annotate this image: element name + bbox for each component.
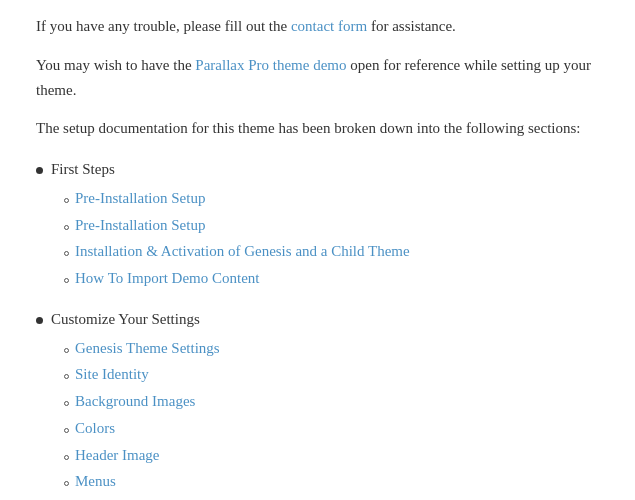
bullet-icon: [36, 167, 43, 174]
customize-sublist: Genesis Theme Settings Site Identity Bac…: [64, 336, 599, 495]
sub-bullet-icon: [64, 374, 69, 379]
trouble-text-before: If you have any trouble, please fill out…: [36, 18, 291, 34]
sections-list: First Steps Pre-Installation Setup Pre-I…: [36, 157, 599, 500]
genesis-theme-settings-link[interactable]: Genesis Theme Settings: [75, 336, 220, 361]
customize-text: Customize Your Settings: [51, 307, 200, 332]
list-item: Installation & Activation of Genesis and…: [64, 239, 599, 264]
list-item: Genesis Theme Settings: [64, 336, 599, 361]
demo-text-before: You may wish to have the: [36, 57, 195, 73]
pre-installation-link-2[interactable]: Pre-Installation Setup: [75, 213, 205, 238]
demo-paragraph: You may wish to have the Parallax Pro th…: [36, 53, 599, 103]
main-content: If you have any trouble, please fill out…: [0, 0, 635, 500]
demo-link[interactable]: Parallax Pro theme demo: [195, 57, 346, 73]
list-item-first-steps: First Steps Pre-Installation Setup Pre-I…: [36, 157, 599, 291]
header-image-link[interactable]: Header Image: [75, 443, 160, 468]
bullet-icon: [36, 317, 43, 324]
sub-bullet-icon: [64, 348, 69, 353]
list-item: Pre-Installation Setup: [64, 213, 599, 238]
list-item: Header Image: [64, 443, 599, 468]
background-images-link[interactable]: Background Images: [75, 389, 195, 414]
list-item: Menus: [64, 469, 599, 494]
first-steps-sublist: Pre-Installation Setup Pre-Installation …: [64, 186, 599, 291]
trouble-text-after: for assistance.: [367, 18, 456, 34]
sub-bullet-icon: [64, 401, 69, 406]
sections-intro: The setup documentation for this theme h…: [36, 116, 599, 141]
customize-label: Customize Your Settings: [36, 307, 599, 332]
first-steps-text: First Steps: [51, 157, 115, 182]
list-item-customize: Customize Your Settings Genesis Theme Se…: [36, 307, 599, 494]
sub-bullet-icon: [64, 198, 69, 203]
contact-form-link[interactable]: contact form: [291, 18, 367, 34]
sub-bullet-icon: [64, 251, 69, 256]
import-demo-link[interactable]: How To Import Demo Content: [75, 266, 260, 291]
trouble-paragraph: If you have any trouble, please fill out…: [36, 14, 599, 39]
sub-bullet-icon: [64, 455, 69, 460]
site-identity-link[interactable]: Site Identity: [75, 362, 149, 387]
sub-bullet-icon: [64, 278, 69, 283]
sub-bullet-icon: [64, 481, 69, 486]
sub-bullet-icon: [64, 225, 69, 230]
sub-bullet-icon: [64, 428, 69, 433]
list-item: How To Import Demo Content: [64, 266, 599, 291]
menus-link[interactable]: Menus: [75, 469, 116, 494]
colors-link[interactable]: Colors: [75, 416, 115, 441]
list-item: Site Identity: [64, 362, 599, 387]
list-item: Pre-Installation Setup: [64, 186, 599, 211]
pre-installation-link-1[interactable]: Pre-Installation Setup: [75, 186, 205, 211]
list-item: Colors: [64, 416, 599, 441]
installation-activation-link[interactable]: Installation & Activation of Genesis and…: [75, 239, 410, 264]
list-item: Background Images: [64, 389, 599, 414]
first-steps-label: First Steps: [36, 157, 599, 182]
